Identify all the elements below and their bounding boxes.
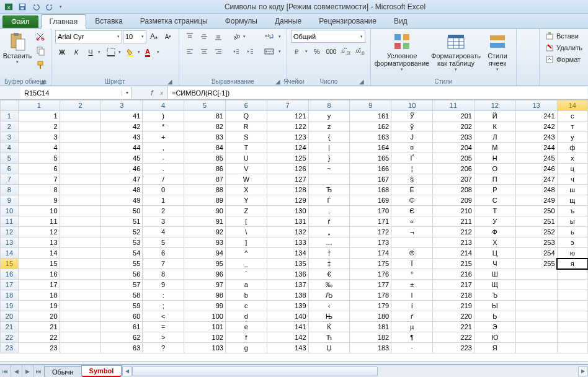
- cell[interactable]: ~: [308, 164, 350, 174]
- cell[interactable]: ¬: [391, 227, 433, 237]
- cell[interactable]: *: [143, 122, 184, 132]
- cell[interactable]: ^: [225, 248, 267, 259]
- spreadsheet-grid[interactable]: 1234567891011121314 1141)81Q121y161Ў201Й…: [0, 100, 588, 361]
- row-header[interactable]: 13: [1, 237, 19, 248]
- cell[interactable]: 207: [433, 174, 474, 185]
- row-header[interactable]: 3: [1, 132, 19, 143]
- row-header[interactable]: 9: [1, 195, 19, 206]
- cell[interactable]: [515, 280, 557, 290]
- cell[interactable]: і: [391, 301, 433, 311]
- cell[interactable]: =: [143, 322, 184, 332]
- scroll-left-icon[interactable]: ◀: [122, 366, 132, 376]
- cell[interactable]: 162: [350, 122, 391, 132]
- cell[interactable]: 245: [515, 153, 557, 164]
- cell[interactable]: ц: [557, 164, 587, 174]
- cell[interactable]: [557, 301, 587, 311]
- cell[interactable]: 10: [18, 206, 60, 216]
- cell[interactable]: 19: [18, 301, 60, 311]
- cell[interactable]: 95: [184, 259, 226, 269]
- cell[interactable]: 23: [18, 343, 60, 353]
- cell[interactable]: a: [225, 280, 267, 290]
- cell[interactable]: 219: [433, 301, 474, 311]
- cell[interactable]: ы: [557, 216, 587, 227]
- cell[interactable]: 218: [433, 290, 474, 301]
- align-right-button[interactable]: [212, 45, 225, 58]
- cell[interactable]: 13: [18, 237, 60, 248]
- cell[interactable]: Й: [474, 111, 515, 122]
- cell[interactable]: 47: [101, 174, 143, 185]
- cell[interactable]: [60, 153, 101, 164]
- cell[interactable]: 215: [433, 259, 474, 269]
- cell[interactable]: Р: [474, 185, 515, 195]
- row-header[interactable]: 23: [1, 343, 19, 353]
- cell[interactable]: Ё: [391, 185, 433, 195]
- cell[interactable]: 101: [184, 322, 226, 332]
- cell[interactable]: 213: [433, 237, 474, 248]
- cell[interactable]: 241: [515, 111, 557, 122]
- cell[interactable]: 124: [267, 143, 308, 153]
- cell[interactable]: 49: [101, 195, 143, 206]
- cell[interactable]: 208: [433, 185, 474, 195]
- cell[interactable]: Ѓ: [308, 195, 350, 206]
- cell[interactable]: «: [391, 216, 433, 227]
- cell[interactable]: ґ: [391, 311, 433, 322]
- cell[interactable]: 209: [433, 195, 474, 206]
- align-middle-button[interactable]: [197, 30, 211, 43]
- cell[interactable]: [60, 185, 101, 195]
- row-header[interactable]: 10: [1, 206, 19, 216]
- cell[interactable]: [60, 195, 101, 206]
- cell[interactable]: 122: [267, 122, 308, 132]
- tab-layout[interactable]: Разметка страницы: [131, 14, 216, 28]
- cell[interactable]: -: [143, 153, 184, 164]
- underline-button[interactable]: Ч: [84, 45, 97, 59]
- cell[interactable]: 181: [350, 322, 391, 332]
- cell[interactable]: Џ: [308, 343, 350, 353]
- cell[interactable]: 14: [18, 248, 60, 259]
- font-size-combo[interactable]: 10▾: [123, 30, 146, 43]
- cell[interactable]: 4: [143, 227, 184, 237]
- cell[interactable]: 0: [143, 185, 184, 195]
- row-header[interactable]: 14: [1, 248, 19, 259]
- merge-center-button[interactable]: [262, 45, 283, 58]
- cell[interactable]: [60, 227, 101, 237]
- cell[interactable]: 243: [515, 132, 557, 143]
- cell[interactable]: 84: [184, 143, 226, 153]
- cell[interactable]: ?: [143, 343, 184, 353]
- cell[interactable]: 5: [18, 153, 60, 164]
- cell[interactable]: 136: [267, 269, 308, 280]
- row-header[interactable]: 2: [1, 122, 19, 132]
- cell[interactable]: <: [143, 311, 184, 322]
- cell[interactable]: 103: [184, 343, 226, 353]
- cell[interactable]: [60, 343, 101, 353]
- cell[interactable]: М: [474, 143, 515, 153]
- cell[interactable]: [60, 122, 101, 132]
- cell[interactable]: 12: [18, 227, 60, 237]
- cell[interactable]: 93: [184, 237, 226, 248]
- cell[interactable]: 223: [433, 343, 474, 353]
- cell[interactable]: R: [225, 122, 267, 132]
- borders-button[interactable]: [104, 45, 123, 59]
- cell[interactable]: [308, 174, 350, 185]
- cell[interactable]: [60, 290, 101, 301]
- cell[interactable]: 205: [433, 153, 474, 164]
- cell[interactable]: 81: [184, 111, 226, 122]
- row-header[interactable]: 17: [1, 280, 19, 290]
- format-painter-button[interactable]: [33, 58, 47, 72]
- cell[interactable]: ‰: [308, 280, 350, 290]
- cell[interactable]: 42: [101, 122, 143, 132]
- cell[interactable]: 18: [18, 290, 60, 301]
- sheet-nav-next-icon[interactable]: ▶: [22, 365, 33, 377]
- cell[interactable]: 182: [350, 332, 391, 343]
- qat-customize-icon[interactable]: ▾: [57, 1, 65, 12]
- cell[interactable]: 220: [433, 311, 474, 322]
- tab-data[interactable]: Данные: [266, 14, 310, 28]
- tab-view[interactable]: Вид: [385, 14, 416, 28]
- cell[interactable]: d: [225, 311, 267, 322]
- cell[interactable]: [557, 332, 587, 343]
- cell[interactable]: ·: [391, 343, 433, 353]
- tab-home[interactable]: Главная: [41, 14, 87, 29]
- cell[interactable]: [60, 248, 101, 259]
- cell[interactable]: [60, 132, 101, 143]
- cell[interactable]: 7: [143, 259, 184, 269]
- cell[interactable]: 168: [350, 185, 391, 195]
